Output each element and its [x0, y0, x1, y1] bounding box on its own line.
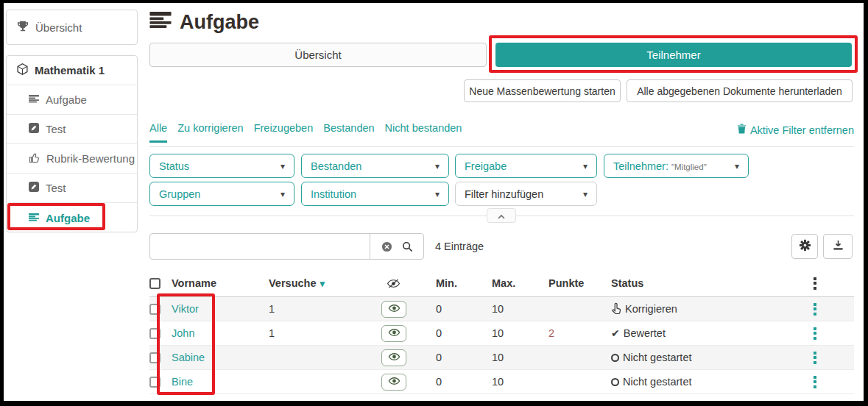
assignment-icon [149, 12, 172, 33]
clear-search-icon[interactable] [381, 241, 392, 252]
tab-uebersicht[interactable]: Übersicht [149, 43, 487, 67]
cube-icon [17, 63, 28, 77]
mass-grading-button[interactable]: Neue Massenbewertung starten [464, 79, 621, 102]
status-label: Bewertet [624, 327, 666, 339]
entry-count: 4 Einträge [435, 233, 484, 260]
download-icon [833, 240, 844, 254]
tab-label: Teilnehmer [646, 49, 700, 61]
page-title-text: Aufgabe [180, 11, 259, 34]
column-header-min[interactable]: Min. [436, 270, 457, 296]
eye-icon [388, 376, 401, 388]
filter-label: Institution [311, 188, 356, 200]
sidebar-item-label: Rubrik-Bewertung [46, 152, 135, 165]
button-label: Alle abgegebenen Dokumente herunterladen [637, 85, 842, 97]
row-menu-kebab-icon[interactable] [814, 327, 816, 340]
table-menu-kebab-icon[interactable] [814, 277, 816, 290]
app-window: Übersicht Mathematik 1 Aufgabe Test Rubr… [0, 0, 868, 406]
view-submission-button[interactable] [381, 325, 406, 342]
hand-icon [611, 302, 621, 316]
filter-tab-zu-korrigieren[interactable]: Zu korrigieren [177, 122, 243, 143]
row-menu-kebab-icon[interactable] [814, 376, 816, 388]
status-label: Korrigieren [625, 303, 677, 315]
filter-label: Teilnehmer:"Mitglied" [613, 160, 707, 172]
participant-name-link[interactable]: Sabine [172, 352, 205, 363]
row-menu-kebab-icon[interactable] [814, 303, 816, 316]
status-cell: Korrigieren [611, 297, 677, 321]
filter-label: Status [159, 160, 189, 172]
filter-select-freigabe[interactable]: Freigabe ▾ [455, 154, 597, 178]
eye-slash-icon[interactable] [387, 270, 401, 296]
filter-tab-freizugeben[interactable]: Freizugeben [254, 122, 314, 143]
filter-select-teilnehmer[interactable]: Teilnehmer:"Mitglied" ▾ [604, 154, 749, 178]
row-checkbox[interactable] [149, 352, 160, 363]
sidebar-item-test-2[interactable]: Test [7, 174, 137, 203]
filter-select-bestanden[interactable]: Bestanden ▾ [301, 154, 449, 178]
participant-name-link[interactable]: Viktor [172, 303, 199, 315]
filter-add-select[interactable]: Filter hinzufügen ▾ [455, 182, 597, 206]
sort-caret-icon: ▾ [320, 278, 325, 289]
column-header-status[interactable]: Status [611, 270, 643, 296]
select-all-checkbox[interactable] [149, 278, 160, 289]
filter-label: Gruppen [159, 188, 200, 200]
assignment-icon [29, 93, 39, 106]
pencil-square-icon [29, 123, 39, 135]
sidebar-item-course[interactable]: Mathematik 1 [7, 56, 137, 85]
row-menu-kebab-icon[interactable] [814, 352, 816, 364]
sidebar-item-test-1[interactable]: Test [7, 115, 137, 144]
caret-down-icon: ▾ [435, 189, 440, 199]
clear-active-filters-button[interactable]: Aktive Filter entfernen [737, 124, 854, 136]
filter-tab-alle[interactable]: Alle [149, 122, 167, 143]
page-title: Aufgabe [149, 7, 259, 37]
sidebar-item-aufgabe-2-active[interactable]: Aufgabe [7, 203, 137, 232]
filter-select-institution[interactable]: Institution ▾ [301, 182, 449, 206]
table-settings-button[interactable] [791, 234, 818, 259]
collapse-filters-button[interactable] [487, 208, 516, 223]
column-header-punkte[interactable]: Punkte [548, 270, 584, 296]
filter-select-gruppen[interactable]: Gruppen ▾ [149, 182, 294, 206]
sidebar-overview-label: Übersicht [35, 21, 82, 34]
caret-down-icon: ▾ [583, 161, 588, 171]
tab-teilnehmer[interactable]: Teilnehmer [495, 43, 852, 67]
sidebar-item-rubrik[interactable]: Rubrik-Bewertung [7, 144, 137, 174]
max-value: 10 [492, 297, 504, 321]
trash-icon [737, 124, 747, 136]
max-value: 10 [492, 346, 504, 369]
filter-tab-bestanden[interactable]: Bestanden [323, 122, 374, 143]
sidebar-item-label: Aufgabe [46, 93, 87, 106]
max-value: 10 [492, 321, 504, 345]
row-checkbox[interactable] [149, 328, 160, 339]
search-icon[interactable] [402, 241, 413, 252]
view-submission-button[interactable] [381, 374, 406, 391]
participant-name-link[interactable]: John [172, 327, 194, 339]
participant-name-link[interactable]: Bine [172, 376, 193, 388]
eye-icon [388, 303, 401, 315]
button-label: Neue Massenbewertung starten [469, 85, 615, 97]
sidebar-course-label: Mathematik 1 [35, 64, 105, 76]
column-header-max[interactable]: Max. [492, 270, 515, 296]
status-cell: Nicht gestartet [611, 370, 692, 393]
view-submission-button[interactable] [381, 349, 406, 366]
view-submission-button[interactable] [381, 301, 406, 318]
column-header-vorname[interactable]: Vorname [172, 270, 216, 296]
sidebar-item-aufgabe-1[interactable]: Aufgabe [7, 85, 137, 115]
table-row: John 1 0 10 2 ✔ Bewertet [149, 321, 854, 346]
table-row: Viktor 1 0 10 Korrigieren [149, 297, 854, 321]
caret-down-icon: ▾ [280, 189, 285, 199]
search-icon-group [370, 233, 424, 260]
caret-down-icon: ▾ [280, 161, 285, 171]
sidebar-item-overview[interactable]: Übersicht [6, 10, 138, 45]
table-header: Vorname Versuche▾ Min. Max. Punkte Statu… [149, 270, 854, 297]
export-download-button[interactable] [823, 234, 853, 259]
column-header-versuche[interactable]: Versuche▾ [269, 270, 325, 296]
eye-icon [388, 352, 401, 363]
sidebar-course-menu: Mathematik 1 Aufgabe Test Rubrik-Bewertu… [6, 55, 138, 232]
row-checkbox[interactable] [149, 304, 160, 315]
row-checkbox[interactable] [149, 377, 160, 388]
download-all-documents-button[interactable]: Alle abgegebenen Dokumente herunterladen [627, 79, 853, 102]
filter-label: Bestanden [311, 160, 361, 172]
search-input[interactable] [149, 233, 370, 260]
filter-tab-nicht-bestanden[interactable]: Nicht bestanden [385, 122, 462, 143]
gear-icon [799, 239, 811, 254]
filter-select-status[interactable]: Status ▾ [149, 154, 294, 178]
filter-label: Freigabe [465, 160, 507, 172]
